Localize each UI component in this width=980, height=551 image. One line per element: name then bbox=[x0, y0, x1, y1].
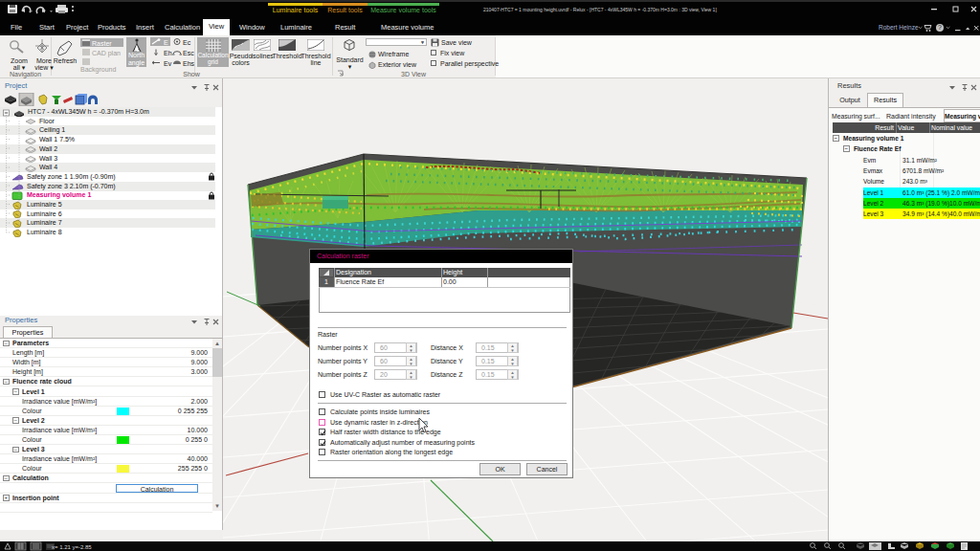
svg-text:Ev: Ev bbox=[164, 60, 172, 67]
svg-text:E: E bbox=[164, 39, 168, 46]
svg-text:Eh: Eh bbox=[164, 50, 172, 56]
svg-text:x= 1.21 y=-2.85: x= 1.21 y=-2.85 bbox=[52, 544, 92, 550]
svg-text:?: ? bbox=[938, 24, 942, 31]
svg-text:Ehs: Ehs bbox=[183, 60, 195, 67]
svg-text:Esc: Esc bbox=[183, 50, 194, 56]
svg-text:Ec: Ec bbox=[183, 39, 191, 46]
